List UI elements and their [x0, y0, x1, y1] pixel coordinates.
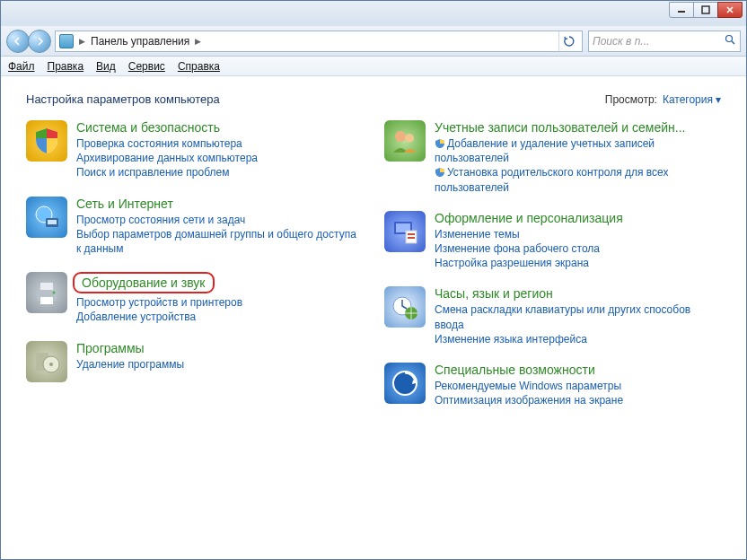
menu-help[interactable]: Справка — [178, 60, 220, 73]
category-link[interactable]: Изменение фона рабочего стола — [435, 241, 721, 256]
category-user-accounts: Учетные записи пользователей и семейн...… — [384, 120, 721, 195]
address-bar[interactable]: ▶ Панель управления ▶ — [55, 31, 583, 52]
category-link[interactable]: Выбор параметров домашней группы и общег… — [76, 227, 363, 256]
back-button[interactable] — [6, 30, 30, 53]
ease-of-access-icon — [384, 363, 426, 404]
category-link[interactable]: Изменение языка интерфейса — [435, 332, 721, 346]
view-by: Просмотр: Категория ▾ — [605, 93, 721, 106]
titlebar — [1, 1, 746, 26]
shield-icon — [26, 120, 67, 162]
category-system-security: Система и безопасность Проверка состояни… — [26, 120, 363, 180]
maximize-button[interactable] — [693, 2, 718, 18]
search-input[interactable]: Поиск в п... — [588, 31, 741, 52]
people-icon — [384, 120, 426, 162]
control-panel-icon — [59, 34, 74, 48]
uac-shield-icon — [435, 167, 445, 178]
disc-box-icon — [26, 341, 67, 382]
category-link[interactable]: Архивирование данных компьютера — [76, 151, 363, 165]
minimize-button[interactable] — [669, 2, 694, 18]
menu-tools[interactable]: Сервис — [128, 60, 165, 73]
menu-view[interactable]: Вид — [96, 60, 116, 73]
svg-point-10 — [53, 292, 56, 294]
window-frame: ▶ Панель управления ▶ Поиск в п... Файл … — [0, 0, 747, 560]
refresh-button[interactable] — [558, 31, 578, 51]
appearance-icon — [384, 211, 426, 252]
close-button[interactable] — [717, 2, 743, 18]
svg-point-15 — [405, 134, 414, 143]
category-title[interactable]: Часы, язык и регион — [435, 286, 553, 301]
category-link[interactable]: Смена раскладки клавиатуры или других сп… — [435, 302, 721, 331]
menu-file[interactable]: Файл — [8, 60, 35, 73]
menubar: Файл Правка Вид Сервис Справка — [1, 57, 746, 76]
svg-rect-1 — [702, 6, 709, 13]
breadcrumb-sep-icon: ▶ — [193, 37, 203, 46]
category-title[interactable]: Оформление и персонализация — [435, 211, 623, 225]
category-link[interactable]: Удаление программы — [76, 357, 363, 372]
right-column: Учетные записи пользователей и семейн...… — [384, 120, 721, 407]
category-link[interactable]: Проверка состояния компьютера — [76, 136, 363, 151]
category-ease-of-access: Специальные возможности Рекомендуемые Wi… — [384, 363, 721, 407]
search-icon — [725, 34, 736, 48]
category-link[interactable]: Оптимизация изображения на экране — [435, 393, 721, 407]
chevron-down-icon: ▾ — [716, 93, 721, 106]
left-column: Система и безопасность Проверка состояни… — [26, 120, 363, 407]
search-placeholder: Поиск в п... — [593, 35, 649, 48]
clock-globe-icon — [384, 286, 426, 328]
category-title[interactable]: Оборудование и звук — [73, 272, 215, 293]
category-hardware-sound: Оборудование и звук Просмотр устройств и… — [26, 272, 363, 324]
category-title[interactable]: Система и безопасность — [76, 120, 220, 135]
window-controls — [670, 2, 743, 18]
navbar: ▶ Панель управления ▶ Поиск в п... — [1, 26, 746, 57]
page-title: Настройка параметров компьютера — [26, 92, 220, 106]
category-title[interactable]: Специальные возможности — [435, 363, 595, 377]
view-by-value: Категория — [663, 93, 713, 106]
svg-rect-9 — [40, 297, 53, 304]
category-title[interactable]: Учетные записи пользователей и семейн... — [435, 120, 685, 135]
category-link[interactable]: Изменение темы — [435, 227, 721, 241]
svg-rect-8 — [40, 283, 53, 290]
breadcrumb-sep-icon: ▶ — [77, 37, 87, 46]
category-title[interactable]: Программы — [76, 341, 145, 355]
category-link[interactable]: Добавление устройства — [76, 310, 363, 324]
view-by-label: Просмотр: — [605, 93, 657, 106]
svg-point-13 — [49, 363, 53, 366]
category-title[interactable]: Сеть и Интернет — [76, 197, 173, 211]
nav-arrows — [6, 30, 49, 53]
uac-shield-icon — [435, 138, 445, 149]
svg-point-14 — [395, 131, 406, 142]
content-area: Настройка параметров компьютера Просмотр… — [1, 76, 746, 559]
category-link[interactable]: Добавление и удаление учетных записей по… — [435, 136, 721, 165]
breadcrumb[interactable]: Панель управления — [91, 35, 189, 48]
category-link[interactable]: Установка родительского контроля для все… — [435, 165, 721, 194]
category-network: Сеть и Интернет Просмотр состояния сети … — [26, 197, 363, 257]
globe-network-icon — [26, 197, 67, 238]
menu-edit[interactable]: Правка — [48, 60, 84, 73]
category-clock-language: Часы, язык и регион Смена раскладки клав… — [384, 286, 721, 346]
forward-button[interactable] — [28, 30, 51, 53]
category-link[interactable]: Просмотр состояния сети и задач — [76, 213, 363, 227]
category-columns: Система и безопасность Проверка состояни… — [26, 120, 721, 407]
category-link[interactable]: Просмотр устройств и принтеров — [76, 295, 363, 310]
category-link[interactable]: Настройка разрешения экрана — [435, 256, 721, 270]
svg-rect-6 — [48, 220, 57, 224]
category-appearance: Оформление и персонализация Изменение те… — [384, 211, 721, 271]
category-programs: Программы Удаление программы — [26, 341, 363, 382]
svg-point-2 — [726, 35, 733, 41]
category-link[interactable]: Поиск и исправление проблем — [76, 165, 363, 179]
heading-row: Настройка параметров компьютера Просмотр… — [26, 92, 721, 106]
svg-line-3 — [732, 41, 734, 44]
svg-rect-0 — [678, 11, 685, 13]
view-by-dropdown[interactable]: Категория ▾ — [663, 93, 721, 106]
printer-icon — [26, 272, 67, 313]
category-link[interactable]: Рекомендуемые Windows параметры — [435, 379, 721, 393]
